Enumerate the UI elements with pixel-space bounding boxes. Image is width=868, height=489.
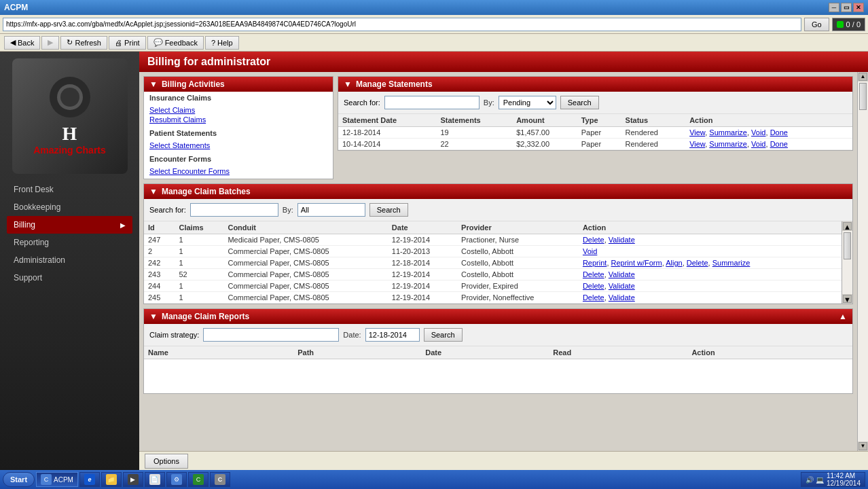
statements-search-button[interactable]: Search [560,96,599,109]
batch-action-2-2[interactable]: Align [666,259,682,267]
stmt-actions-0: View, Summarize, Void, Done [685,127,852,139]
billing-arrow-icon: ▶ [120,221,126,229]
billing-activities-collapse-icon[interactable]: ▼ [149,79,158,89]
claim-reports-collapse-right-icon[interactable]: ▲ [839,312,847,321]
statements-table-row: 12-18-2014 19 $1,457.00 Paper Rendered V… [338,127,852,139]
logo-avatar [50,77,90,117]
batch-actions-1: Void [579,246,842,257]
stmt-actions-1: View, Summarize, Void, Done [685,139,852,150]
claim-reports-search-button[interactable]: Search [424,328,463,342]
stmt-action-0-2[interactable]: Void [751,128,765,137]
statements-col-status: Status [621,114,686,127]
batch-provider-2: Costello, Abbott [457,257,579,269]
batch-action-3-1[interactable]: Validate [609,270,635,278]
taskbar-item-explorer[interactable]: 📁 [101,472,122,487]
stmt-action-1-2[interactable]: Void [751,140,765,148]
sidebar-item-administration[interactable]: Administration [7,251,132,269]
url-input[interactable] [3,18,801,31]
resubmit-claims-link[interactable]: Resubmit Claims [149,115,327,124]
minimize-button[interactable]: ─ [829,3,839,12]
print-button[interactable]: 🖨 Print [109,36,146,50]
statements-search-input[interactable] [384,96,480,109]
stmt-action-0-1[interactable]: Summarize [709,128,747,137]
tray-icons: 🔊 💻 [806,476,824,484]
claim-strategy-input[interactable] [203,328,339,342]
batch-action-2-4[interactable]: Summarize [712,259,751,267]
tray-date: 12/19/2014 [827,479,861,487]
batch-action-5-1[interactable]: Validate [609,293,635,302]
select-claims-link[interactable]: Select Claims [149,105,327,115]
batch-action-4-1[interactable]: Validate [609,282,635,290]
batch-conduit-3: Commercial Paper, CMS-0805 [223,269,387,280]
taskbar-item-app2[interactable]: C [210,472,230,487]
batch-action-2-1[interactable]: Reprint w/Form [611,259,662,267]
report-date-input[interactable] [365,328,420,342]
manage-claim-reports-panel: ▼ Manage Claim Reports ▲ Claim strategy:… [143,308,853,394]
batch-action-3-0[interactable]: Delete [583,270,604,278]
start-button[interactable]: Start [3,472,35,487]
claim-batches-by-input[interactable] [297,203,365,217]
toolbar: Go 0 / 0 [0,15,868,34]
claim-batches-search-button[interactable]: Search [369,203,408,217]
batches-scroll-thumb[interactable] [844,232,851,259]
batch-action-1-0[interactable]: Void [583,247,597,255]
feedback-button[interactable]: 💬 Feedback [147,36,204,50]
sidebar: H Amazing Charts Front Desk Bookkeeping … [0,52,139,470]
claim-reports-title: Manage Claim Reports [162,312,249,321]
statements-table: Statement Date Statements Amount Type St… [338,114,852,150]
batches-scroll-up[interactable]: ▲ [843,222,852,230]
batch-action-0-1[interactable]: Validate [609,236,635,244]
stmt-action-1-0[interactable]: View [689,140,705,148]
help-button[interactable]: ? Help [205,36,239,50]
taskbar-item-settings[interactable]: ⚙ [166,472,187,487]
reports-col-action: Action [687,346,852,359]
statements-col-action: Action [685,114,852,127]
sidebar-item-billing[interactable]: Billing ▶ [7,216,132,234]
options-button[interactable]: Options [145,454,188,469]
manage-statements-collapse-icon[interactable]: ▼ [344,79,352,89]
batch-action-4-0[interactable]: Delete [583,282,604,290]
batch-conduit-5: Commercial Paper, CMS-0805 [223,292,387,304]
back-button[interactable]: ◀ Back [4,36,40,50]
go-button[interactable]: Go [804,18,829,31]
refresh-button[interactable]: ↻ Refresh [60,36,107,50]
stmt-status-0: Rendered [621,127,686,139]
scroll-down-button[interactable]: ▼ [858,442,867,450]
select-statements-link[interactable]: Select Statements [149,141,327,150]
select-encounter-forms-link[interactable]: Select Encounter Forms [149,166,327,176]
stmt-action-1-3[interactable]: Done [770,140,788,148]
batch-action-2-3[interactable]: Delete [687,259,708,267]
claim-reports-header-row: Name Path Date Read Action [144,346,852,359]
forward-button[interactable]: ▶ [41,36,59,50]
statements-by-dropdown[interactable]: Pending All Date Range [499,96,556,109]
claim-batches-table-wrapper: Id Claims Conduit Date Provider Action 2… [144,221,852,304]
taskbar-item-acpm[interactable]: C ACPM [36,472,78,487]
batch-action-0-0[interactable]: Delete [583,236,604,244]
sidebar-item-bookkeeping[interactable]: Bookkeeping [7,198,132,216]
batches-scrollbar[interactable]: ▲ ▼ [842,221,852,304]
stmt-action-0-3[interactable]: Done [770,128,788,137]
restore-button[interactable]: ▭ [841,3,852,12]
scroll-thumb[interactable] [859,83,867,110]
taskbar-item-ie[interactable]: e [79,472,100,487]
taskbar-item-app1[interactable]: C [188,472,209,487]
stmt-action-1-1[interactable]: Summarize [709,140,747,148]
sidebar-item-front-desk[interactable]: Front Desk [7,181,132,198]
claim-batches-search-input[interactable] [190,203,278,217]
claim-reports-collapse-icon[interactable]: ▼ [149,312,158,321]
scroll-content: ▼ Billing Activities Insurance Claims Se… [139,72,857,451]
page-header: Billing for administrator [139,52,868,72]
taskbar-item-docs[interactable]: 📄 [145,472,165,487]
close-button[interactable]: ✕ [853,3,864,12]
taskbar-item-media[interactable]: ▶ [123,472,143,487]
sidebar-item-support[interactable]: Support [7,269,132,287]
main-scrollbar[interactable]: ▲ ▼ [857,72,868,451]
batch-action-5-0[interactable]: Delete [583,293,604,302]
batch-action-2-0[interactable]: Reprint [583,259,607,267]
claim-batches-collapse-icon[interactable]: ▼ [149,187,158,196]
batches-scroll-down[interactable]: ▼ [843,295,852,303]
statements-search-label: Search for: [344,98,380,107]
stmt-action-0-0[interactable]: View [689,128,705,137]
sidebar-item-reporting[interactable]: Reporting [7,234,132,251]
scroll-up-button[interactable]: ▲ [858,73,867,81]
